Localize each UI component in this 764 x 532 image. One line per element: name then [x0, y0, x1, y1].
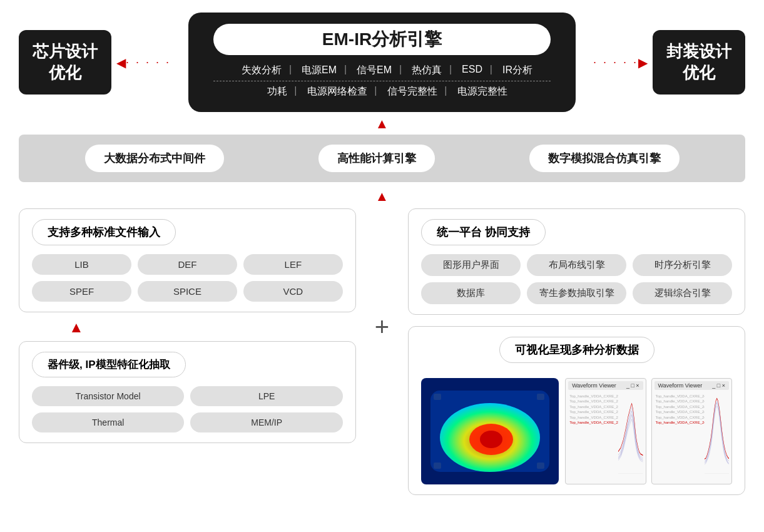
feature-电源EM: 电源EM — [292, 64, 347, 77]
left-dotted-arrow: ◀ · · · · · — [116, 55, 171, 70]
arrow-up-2-icon: ▲ — [375, 188, 389, 204]
feature-电源完整性: 电源完整性 — [447, 85, 507, 98]
middleware-pill: 大数据分布式中间件 — [85, 145, 224, 172]
feature-IR分析: IR分析 — [492, 64, 532, 77]
right-arrowhead: ▶ — [638, 55, 648, 70]
package-design-label: 封装设计 优化 — [666, 42, 731, 82]
arrow-up-1: ▲ — [19, 116, 745, 132]
viz-content: Waveform Viewer _ □ × Top_handle_VDDA_CX… — [421, 378, 732, 484]
left-dots: · · · · · — [126, 56, 171, 69]
platform-db: 数据库 — [421, 282, 521, 304]
file-input-box: 支持多种标准文件输入 LIB DEF LEF SPEF SPICE VCD — [19, 208, 356, 312]
waveform-svg-2 — [705, 392, 729, 474]
chip-design-box: 芯片设计 优化 — [19, 30, 111, 95]
platform-timing: 时序分析引擎 — [633, 254, 732, 276]
right-dotted-arrow: · · · · · ▶ — [593, 55, 648, 70]
left-column: 支持多种标准文件输入 LIB DEF LEF SPEF SPICE VCD ▲ … — [19, 208, 356, 443]
model-lpe: LPE — [190, 386, 342, 406]
waveform-legend-2: Top_handle_VDDA_CXRE_245623 Top_handle_V… — [654, 392, 705, 474]
waveform-body-2: Top_handle_VDDA_CXRE_245623 Top_handle_V… — [654, 392, 729, 474]
svg-rect-7 — [434, 463, 441, 469]
waveform-header-2: Waveform Viewer _ □ × — [654, 381, 729, 390]
thermal-svg — [421, 378, 559, 484]
features-row2: 功耗 电源网络检查 信号完整性 电源完整性 — [213, 81, 551, 98]
waveform-svg-1 — [618, 392, 643, 474]
visualization-box: 可视化呈现多种分析数据 — [408, 326, 745, 495]
feature-信号EM: 信号EM — [347, 64, 402, 77]
waveform-controls-1: _ □ × — [626, 382, 639, 389]
top-section: 芯片设计 优化 ◀ · · · · · EM-IR分析引擎 失效分析 电源EM … — [19, 13, 745, 112]
em-ir-engine-box: EM-IR分析引擎 失效分析 电源EM 信号EM 热仿真 ESD IR分析 功耗… — [188, 13, 576, 112]
features-row1: 失效分析 电源EM 信号EM 热仿真 ESD IR分析 — [213, 64, 551, 77]
svg-rect-8 — [537, 463, 544, 469]
visualization-title: 可视化呈现多种分析数据 — [499, 337, 654, 363]
feature-信号完整性: 信号完整性 — [377, 85, 447, 98]
waveform-title-1: Waveform Viewer — [572, 382, 616, 389]
unified-platform-box: 统一平台 协同支持 图形用户界面 布局布线引擎 时序分析引擎 数据库 寄生参数抽… — [408, 208, 745, 315]
right-column: 统一平台 协同支持 图形用户界面 布局布线引擎 时序分析引擎 数据库 寄生参数抽… — [408, 208, 745, 495]
model-grid: Transistor Model LPE Thermal MEM/IP — [32, 386, 343, 432]
platform-grid: 图形用户界面 布局布线引擎 时序分析引擎 数据库 寄生参数抽取引擎 逻辑综合引擎 — [421, 254, 732, 304]
arrow-up-2-wrap: ▲ — [19, 188, 745, 205]
plus-sign: + — [369, 313, 395, 341]
feature-热仿真: 热仿真 — [402, 64, 452, 77]
model-extraction-title: 器件级, IP模型特征化抽取 — [32, 352, 186, 377]
platform-parasitic: 寄生参数抽取引擎 — [527, 282, 626, 304]
compute-engine-pill: 高性能计算引擎 — [318, 145, 435, 172]
waveform-body-1: Top_handle_VDDA_CXRE_245623 Top_handle_V… — [568, 392, 643, 474]
format-vcd: VCD — [243, 281, 343, 302]
gray-band: 大数据分布式中间件 高性能计算引擎 数字模拟混合仿真引擎 — [19, 135, 745, 182]
svg-rect-6 — [537, 394, 544, 400]
arrow-up-1-icon: ▲ — [375, 116, 389, 131]
main-container: 芯片设计 优化 ◀ · · · · · EM-IR分析引擎 失效分析 电源EM … — [0, 0, 764, 532]
chip-design-label: 芯片设计 优化 — [33, 42, 98, 82]
lower-section: 支持多种标准文件输入 LIB DEF LEF SPEF SPICE VCD ▲ … — [19, 208, 745, 495]
waveform-legend-1: Top_handle_VDDA_CXRE_245623 Top_handle_V… — [568, 392, 618, 474]
format-spef: SPEF — [32, 281, 131, 302]
package-design-box: 封装设计 优化 — [653, 30, 745, 95]
arrow-up-3-icon: ▲ — [69, 319, 84, 335]
svg-rect-5 — [434, 394, 441, 400]
svg-point-4 — [480, 431, 502, 448]
right-dots: · · · · · — [593, 56, 638, 69]
waveform-viewers: Waveform Viewer _ □ × Top_handle_VDDA_CX… — [565, 378, 732, 484]
waveform-chart-1 — [618, 392, 643, 474]
format-lef: LEF — [243, 254, 343, 275]
file-input-title: 支持多种标准文件输入 — [32, 219, 176, 245]
model-transistor: Transistor Model — [32, 386, 184, 406]
feature-ESD: ESD — [452, 64, 492, 77]
platform-routing: 布局布线引擎 — [527, 254, 626, 276]
format-lib: LIB — [32, 254, 131, 275]
model-memip: MEM/IP — [190, 412, 342, 432]
feature-功耗: 功耗 — [257, 85, 297, 98]
platform-gui: 图形用户界面 — [421, 254, 521, 276]
thermal-heatmap — [421, 378, 559, 484]
arrow-up-3: ▲ — [19, 319, 356, 336]
format-def: DEF — [138, 254, 237, 275]
model-thermal: Thermal — [32, 412, 184, 432]
waveform-chart-2 — [705, 392, 729, 474]
mixed-sim-pill: 数字模拟混合仿真引擎 — [529, 145, 680, 172]
feature-电源网络检查: 电源网络检查 — [297, 85, 377, 98]
format-grid: LIB DEF LEF SPEF SPICE VCD — [32, 254, 343, 302]
waveform-controls-2: _ □ × — [712, 382, 725, 389]
format-spice: SPICE — [138, 281, 237, 302]
waveform-title-2: Waveform Viewer — [658, 382, 703, 389]
model-extraction-box: 器件级, IP模型特征化抽取 Transistor Model LPE Ther… — [19, 341, 356, 443]
em-ir-title-wrap: EM-IR分析引擎 — [213, 24, 551, 55]
waveform-panel-1: Waveform Viewer _ □ × Top_handle_VDDA_CX… — [565, 378, 646, 484]
waveform-panel-2: Waveform Viewer _ □ × Top_handle_VDDA_CX… — [651, 378, 732, 484]
left-arrowhead: ◀ — [116, 55, 126, 70]
em-ir-title: EM-IR分析引擎 — [322, 29, 442, 49]
unified-platform-title: 统一平台 协同支持 — [421, 219, 546, 245]
platform-logic: 逻辑综合引擎 — [633, 282, 732, 304]
feature-失效分析: 失效分析 — [232, 64, 292, 77]
waveform-header-1: Waveform Viewer _ □ × — [568, 381, 643, 390]
